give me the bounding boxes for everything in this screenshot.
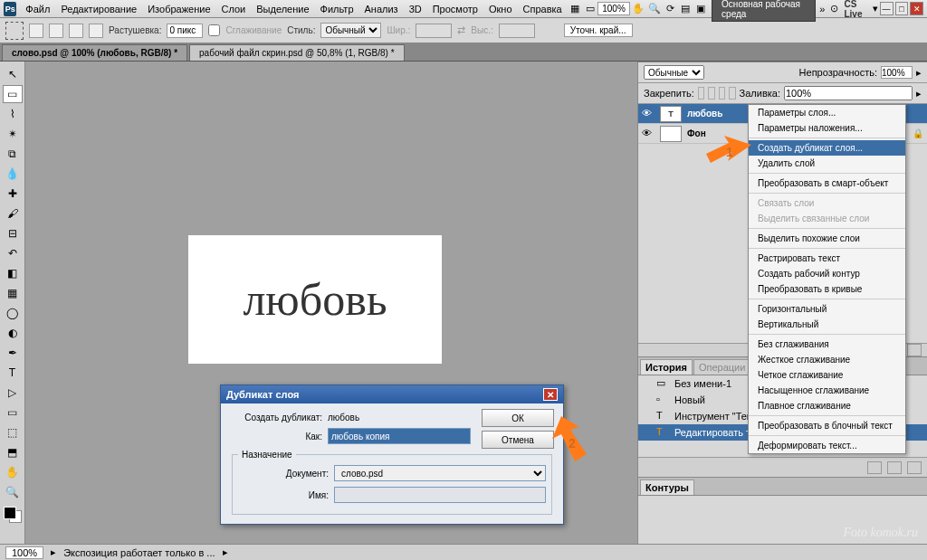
stamp-tool[interactable]: ⊟ — [3, 224, 23, 242]
create-doc-from-state-icon[interactable] — [867, 461, 882, 474]
menu-image[interactable]: Изображение — [142, 2, 215, 16]
menu-analysis[interactable]: Анализ — [359, 2, 404, 16]
menu-help[interactable]: Справка — [518, 2, 568, 16]
menu-select[interactable]: Выделение — [251, 2, 314, 16]
menu-view[interactable]: Просмотр — [427, 2, 483, 16]
zoom-tool[interactable]: 🔍 — [3, 483, 23, 501]
doc-tab-1[interactable]: слово.psd @ 100% (любовь, RGB/8) * — [2, 44, 187, 61]
opacity-input[interactable] — [881, 66, 913, 79]
cm-vertical[interactable]: Вертикальный — [749, 317, 905, 332]
layer-name[interactable]: Фон — [687, 128, 706, 138]
arrange-icon[interactable]: ▤ — [680, 2, 692, 16]
ok-button[interactable]: ОК — [482, 409, 554, 427]
eraser-tool[interactable]: ◧ — [3, 264, 23, 282]
delete-state-icon[interactable] — [907, 461, 922, 474]
cm-delete-layer[interactable]: Удалить слой — [749, 156, 905, 171]
crop-tool[interactable]: ⧉ — [3, 145, 23, 163]
rotate-icon[interactable]: ⟳ — [664, 2, 676, 16]
cm-convert-smartobject[interactable]: Преобразовать в смарт-объект — [749, 176, 905, 191]
workspace-switcher[interactable]: Основная рабочая среда — [712, 0, 816, 22]
feather-input[interactable] — [167, 24, 203, 38]
marquee-tool-icon[interactable] — [5, 22, 24, 40]
refine-edge-button[interactable]: Уточн. край... — [564, 24, 633, 37]
dodge-tool[interactable]: ◐ — [3, 324, 23, 342]
magic-wand-tool[interactable]: ✴ — [3, 125, 23, 143]
document-select[interactable]: слово.psd — [334, 465, 546, 481]
menu-window[interactable]: Окно — [483, 2, 518, 16]
selection-mode-new[interactable] — [29, 24, 43, 38]
tab-actions[interactable]: Операции — [693, 359, 750, 375]
cm-aa-strong[interactable]: Насыщенное сглаживание — [749, 383, 905, 398]
cm-blending-options[interactable]: Параметры наложения... — [749, 120, 905, 136]
window-maximize[interactable]: □ — [895, 2, 909, 15]
workspace-more-icon[interactable]: » — [819, 4, 825, 14]
foreground-color[interactable] — [4, 507, 16, 519]
cm-paragraph-text[interactable]: Преобразовать в блочный текст — [749, 418, 905, 433]
tab-paths[interactable]: Контуры — [640, 479, 694, 495]
lock-position-icon[interactable] — [719, 87, 725, 100]
window-minimize[interactable]: — — [880, 2, 894, 15]
dialog-close-button[interactable]: ✕ — [543, 388, 558, 401]
dialog-titlebar[interactable]: Дубликат слоя ✕ — [221, 385, 563, 403]
cm-convert-to-shape[interactable]: Преобразовать в кривые — [749, 281, 905, 297]
type-tool[interactable]: T — [3, 364, 23, 382]
blend-mode-select[interactable]: Обычные — [644, 65, 704, 80]
opacity-arrow-icon[interactable]: ▸ — [916, 67, 922, 79]
visibility-icon[interactable]: 👁 — [642, 128, 655, 140]
3d-camera-tool[interactable]: ⬒ — [3, 443, 23, 461]
selection-mode-sub[interactable] — [69, 24, 83, 38]
fill-input[interactable] — [784, 86, 913, 100]
gradient-tool[interactable]: ▦ — [3, 284, 23, 302]
fill-arrow-icon[interactable]: ▸ — [916, 88, 922, 100]
cm-aa-sharp[interactable]: Жесткое сглаживание — [749, 352, 905, 367]
style-select[interactable]: Обычный — [320, 23, 381, 38]
tab-history[interactable]: История — [640, 359, 693, 375]
view-extras-icon[interactable]: ▭ — [584, 2, 596, 16]
doc-tab-2[interactable]: рабочий файл скрин.psd @ 50,8% (1, RGB/8… — [189, 44, 405, 61]
cm-aa-none[interactable]: Без сглаживания — [749, 337, 905, 352]
new-snapshot-icon[interactable] — [887, 461, 902, 474]
selection-mode-intersect[interactable] — [89, 24, 103, 38]
cm-aa-crisp[interactable]: Четкое сглаживание — [749, 367, 905, 383]
eyedropper-tool[interactable]: 💧 — [3, 165, 23, 183]
visibility-icon[interactable]: 👁 — [642, 108, 655, 120]
bridge-icon[interactable]: ▦ — [569, 2, 581, 16]
zoom-level[interactable]: 100% — [597, 2, 630, 15]
cm-create-workpath[interactable]: Создать рабочий контур — [749, 266, 905, 281]
path-select-tool[interactable]: ▷ — [3, 384, 23, 402]
history-brush-tool[interactable]: ↶ — [3, 244, 23, 262]
zoom-field[interactable]: 100% — [5, 546, 43, 559]
blur-tool[interactable]: ◯ — [3, 304, 23, 322]
layer-name[interactable]: любовь — [687, 109, 722, 119]
cm-layer-properties[interactable]: Параметры слоя... — [749, 105, 905, 120]
window-close[interactable]: ✕ — [910, 2, 923, 15]
screen-mode-icon[interactable]: ▣ — [694, 2, 706, 16]
menu-3d[interactable]: 3D — [404, 2, 427, 16]
cm-warp-text[interactable]: Деформировать текст... — [749, 438, 905, 453]
hand-tool[interactable]: ✋ — [3, 463, 23, 481]
cm-aa-smooth[interactable]: Плавное сглаживание — [749, 398, 905, 413]
lock-pixels-icon[interactable] — [708, 87, 714, 100]
doc-info-icon[interactable]: ▸ — [51, 546, 56, 558]
cslive-button[interactable]: CS Live — [844, 0, 870, 19]
cm-select-similar[interactable]: Выделить похожие слои — [749, 231, 905, 246]
healing-tool[interactable]: ✚ — [3, 185, 23, 203]
as-input[interactable] — [328, 428, 471, 444]
3d-tool[interactable]: ⬚ — [3, 423, 23, 441]
menu-filter[interactable]: Фильтр — [315, 2, 359, 16]
selection-mode-add[interactable] — [49, 24, 63, 38]
menu-file[interactable]: Файл — [20, 2, 55, 16]
info-arrow-icon[interactable]: ▸ — [223, 546, 228, 558]
cancel-button[interactable]: Отмена — [482, 431, 554, 449]
zoom-icon[interactable]: 🔍 — [648, 2, 661, 16]
cm-duplicate-layer[interactable]: Создать дубликат слоя... — [749, 140, 905, 156]
antialias-checkbox[interactable] — [208, 24, 220, 36]
layer-thumb-bg[interactable] — [660, 126, 682, 142]
cm-rasterize-text[interactable]: Растрировать текст — [749, 251, 905, 266]
cm-horizontal[interactable]: Горизонтальный — [749, 301, 905, 317]
menu-edit[interactable]: Редактирование — [55, 2, 142, 16]
shape-tool[interactable]: ▭ — [3, 403, 23, 422]
layer-thumb-text[interactable]: T — [660, 106, 682, 122]
document-canvas[interactable]: любовь — [188, 235, 442, 364]
brush-tool[interactable]: 🖌 — [3, 204, 23, 223]
